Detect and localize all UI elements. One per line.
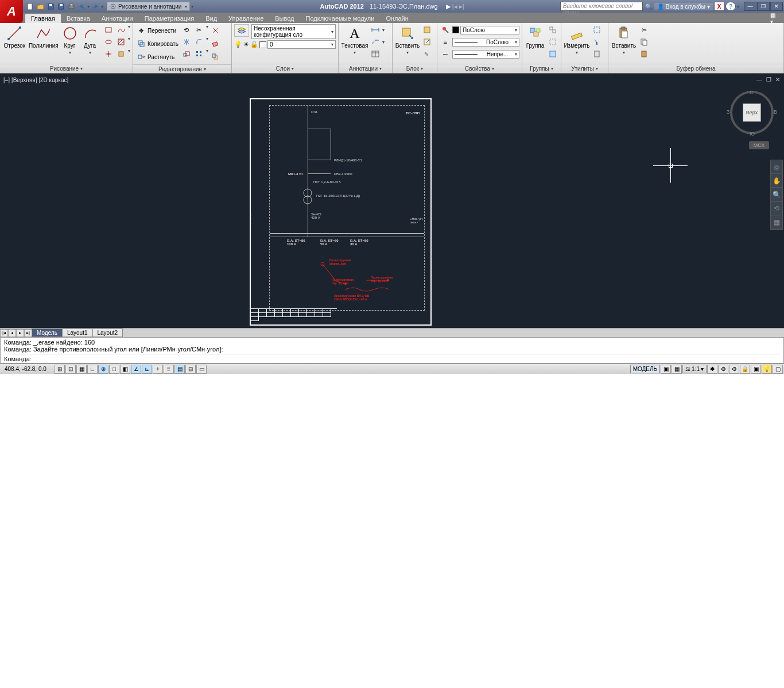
copy-clip-icon[interactable] bbox=[638, 36, 650, 48]
tab-insert[interactable]: Вставка bbox=[61, 14, 96, 23]
copy-button[interactable]: Копировать bbox=[135, 37, 180, 50]
sun-icon[interactable]: ☀ bbox=[243, 41, 249, 48]
open-icon[interactable] bbox=[36, 2, 45, 11]
lineweight-icon[interactable]: ≡ bbox=[440, 36, 451, 48]
fillet-icon[interactable] bbox=[193, 36, 205, 48]
restore-button[interactable]: ❐ bbox=[757, 2, 770, 11]
measure-button[interactable]: Измерить▾ bbox=[564, 24, 590, 56]
hardware-accel-icon[interactable]: ▣ bbox=[751, 365, 761, 374]
panel-layers-title[interactable]: Слои ▾ bbox=[232, 64, 338, 73]
color-swatch[interactable] bbox=[452, 26, 459, 33]
redo-icon[interactable] bbox=[91, 2, 100, 11]
edit-block-icon[interactable] bbox=[421, 36, 433, 48]
ducs-icon[interactable]: ⊾ bbox=[142, 365, 152, 374]
offset-icon[interactable] bbox=[209, 51, 221, 63]
paste-special-icon[interactable] bbox=[638, 48, 650, 60]
layer-props-icon[interactable] bbox=[234, 24, 249, 37]
minimize-button[interactable]: — bbox=[744, 2, 756, 11]
layout-prev[interactable]: ◂ bbox=[8, 329, 16, 337]
group-select-icon[interactable] bbox=[547, 48, 558, 60]
panel-properties-title[interactable]: Свойства ▾ bbox=[437, 64, 522, 73]
ungroup-icon[interactable] bbox=[547, 24, 558, 36]
explode-icon[interactable] bbox=[209, 24, 221, 37]
undo-icon[interactable] bbox=[77, 2, 86, 11]
tab-annotate[interactable]: Аннотации bbox=[96, 14, 139, 23]
workspace-selector[interactable]: Рисование и аннотации ▾ bbox=[107, 2, 190, 11]
ortho-icon[interactable]: ∟ bbox=[87, 365, 98, 374]
tab-output[interactable]: Вывод bbox=[269, 14, 300, 23]
pan-icon[interactable]: ✋ bbox=[771, 174, 782, 188]
tab-online[interactable]: Онлайн bbox=[380, 14, 414, 23]
move-button[interactable]: ✥Перенести bbox=[135, 24, 180, 37]
region-icon[interactable] bbox=[115, 48, 127, 60]
mirror-icon[interactable] bbox=[181, 36, 192, 48]
annotation-scale[interactable]: ⚖1:1▾ bbox=[682, 365, 707, 373]
search-input[interactable]: Введите ключевое слово/фразу bbox=[560, 2, 643, 11]
view-cube-top[interactable]: Верх bbox=[743, 103, 761, 122]
calc-icon[interactable] bbox=[591, 48, 603, 60]
zoom-extents-icon[interactable]: 🔍 bbox=[771, 188, 782, 202]
quick-view-drawings-icon[interactable]: ▦ bbox=[672, 365, 682, 374]
insert-block-button[interactable]: Вставить▾ bbox=[395, 24, 420, 56]
showmotion-icon[interactable]: ▦ bbox=[771, 215, 782, 229]
polyline-button[interactable]: Полилиния bbox=[28, 24, 59, 50]
grid-icon[interactable]: ▦ bbox=[76, 365, 87, 374]
toolbar-lock-icon[interactable]: 🔒 bbox=[740, 365, 750, 374]
paste-button[interactable]: Вставить▾ bbox=[611, 24, 637, 56]
arc-button[interactable]: Дуга▾ bbox=[80, 24, 99, 56]
text-button[interactable]: AТекстовая▾ bbox=[341, 24, 368, 56]
layout-tab-1[interactable]: Layout1 bbox=[62, 328, 93, 337]
3dosnap-icon[interactable]: ◧ bbox=[120, 365, 130, 374]
lwt-icon[interactable]: ≡ bbox=[164, 365, 174, 374]
spline-icon[interactable] bbox=[115, 24, 127, 36]
title-arrows[interactable]: ▶ |◂ ▸| bbox=[446, 3, 464, 10]
drawing-canvas[interactable]: [–] [Верхняя] [2D каркас] — ❐ ✕ Oп1 ПС-Л… bbox=[0, 74, 784, 328]
lightbulb-icon[interactable]: 💡 bbox=[234, 41, 242, 48]
cut-icon[interactable]: ✂ bbox=[638, 24, 650, 36]
quick-view-layouts-icon[interactable]: ▣ bbox=[661, 365, 671, 374]
undo-dropdown[interactable]: ▾ bbox=[87, 4, 90, 9]
layout-first[interactable]: |◂ bbox=[0, 329, 8, 337]
panel-block-title[interactable]: Блок ▾ bbox=[393, 64, 437, 73]
sc-icon[interactable]: ▭ bbox=[196, 365, 207, 374]
panel-groups-title[interactable]: Группы ▾ bbox=[522, 64, 561, 73]
line-button[interactable]: Отрезок bbox=[2, 24, 27, 50]
edit-attr-icon[interactable]: ✎ bbox=[421, 48, 433, 60]
polar-icon[interactable]: ⊕ bbox=[98, 365, 108, 374]
stretch-button[interactable]: Растянуть bbox=[135, 51, 180, 63]
qp-icon[interactable]: ⊟ bbox=[185, 365, 196, 374]
ellipse-icon[interactable] bbox=[103, 36, 114, 48]
panel-draw-title[interactable]: Рисование ▾ bbox=[0, 64, 133, 73]
saveas-icon[interactable] bbox=[56, 2, 65, 11]
panel-annotate-title[interactable]: Аннотации ▾ bbox=[339, 64, 392, 73]
linetype-dropdown[interactable]: Непре...▾ bbox=[452, 50, 519, 59]
hatch-icon[interactable] bbox=[115, 36, 127, 48]
sign-in-button[interactable]: 👤 Вход в службы ▾ bbox=[654, 3, 713, 10]
color-dropdown[interactable]: ПоСлою▾ bbox=[460, 26, 519, 34]
mdi-restore[interactable]: ❐ bbox=[764, 76, 773, 83]
qat-dropdown[interactable]: ▾ bbox=[191, 4, 193, 9]
select-all-icon[interactable] bbox=[591, 24, 603, 36]
match-props-icon[interactable] bbox=[440, 24, 451, 36]
leader-icon[interactable] bbox=[370, 36, 381, 48]
layer-dropdown[interactable]: 0▾ bbox=[267, 40, 336, 49]
model-space-label[interactable]: МОДЕЛЬ bbox=[630, 365, 660, 373]
search-icon[interactable]: 🔍 bbox=[644, 2, 653, 11]
tab-home[interactable]: Главная bbox=[25, 14, 61, 23]
lock-icon[interactable]: 🔓 bbox=[250, 41, 258, 48]
array-icon[interactable] bbox=[193, 48, 205, 60]
create-block-icon[interactable] bbox=[421, 24, 433, 36]
panel-utilities-title[interactable]: Утилиты ▾ bbox=[561, 64, 608, 73]
panel-edit-title[interactable]: Редактирование ▾ bbox=[133, 64, 231, 73]
group-edit-icon[interactable] bbox=[547, 36, 558, 48]
view-cube[interactable]: Верх С В Ю З bbox=[730, 91, 774, 134]
scale-icon[interactable] bbox=[181, 48, 192, 60]
trim-icon[interactable]: ✂ bbox=[193, 24, 205, 36]
snap-icon[interactable]: ⊡ bbox=[65, 365, 76, 374]
mdi-close[interactable]: ✕ bbox=[774, 76, 782, 83]
help-icon[interactable]: ? bbox=[725, 2, 736, 11]
layer-color-swatch[interactable] bbox=[259, 41, 266, 48]
help-dropdown[interactable]: ▾ bbox=[737, 4, 739, 9]
mdi-minimize[interactable]: — bbox=[755, 76, 763, 83]
tab-view[interactable]: Вид bbox=[200, 14, 223, 23]
